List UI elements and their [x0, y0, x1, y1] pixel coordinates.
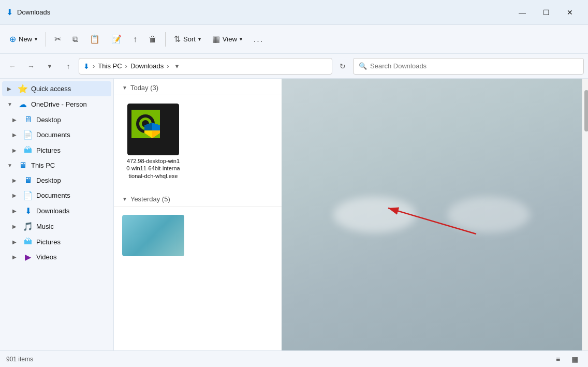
sidebar-item-onedrive[interactable]: ▼ ☁ OneDrive - Person [2, 97, 111, 112]
rename-button[interactable]: 📝 [106, 31, 127, 47]
paste-button[interactable]: 📋 [84, 31, 105, 47]
view-button[interactable]: ▦ View ▾ [207, 31, 247, 47]
paste-icon: 📋 [90, 34, 100, 44]
list-item[interactable]: 472.98-desktop-win10-win11-64bit-interna… [122, 99, 184, 184]
sidebar-item-videos-pc[interactable]: ▶ ▶ Videos [2, 249, 111, 265]
documents-pc-icon: 📄 [23, 190, 33, 200]
yesterday-collapse-icon[interactable]: ▼ [122, 196, 127, 202]
new-chevron: ▾ [35, 36, 37, 42]
sidebar: ▶ ⭐ Quick access ▼ ☁ OneDrive - Person ▶… [0, 79, 114, 350]
documents-pc-label: Documents [36, 192, 70, 199]
nvidia-icon [127, 104, 179, 155]
videos-pc-icon: ▶ [23, 252, 33, 262]
downloads-pc-expand: ▶ [12, 208, 20, 214]
sidebar-item-this-pc[interactable]: ▼ 🖥 This PC [2, 158, 111, 172]
downloads-title-icon: ⬇ [6, 7, 13, 17]
music-pc-label: Music [36, 223, 54, 230]
yesterday-thumb-1 [122, 215, 184, 256]
sidebar-item-desktop-pc[interactable]: ▶ 🖥 Desktop [2, 173, 111, 187]
list-item[interactable] [122, 211, 184, 260]
sort-icon: ⇅ [174, 34, 181, 44]
sep2: › [125, 62, 127, 70]
toolbar: ⊕ New ▾ ✂ ⧉ 📋 📝 ↑ 🗑 ⇅ Sort ▾ ▦ View ▾ ..… [0, 25, 588, 54]
sidebar-item-downloads-pc[interactable]: ▶ ⬇ Downloads [2, 203, 111, 218]
address-icon: ⬇ [83, 62, 90, 70]
toolbar-sep-2 [165, 32, 166, 47]
list-view-button[interactable]: ≡ [551, 353, 565, 365]
onedrive-expand: ▼ [7, 101, 14, 107]
view-controls: ≡ ▦ [551, 353, 582, 365]
maximize-button[interactable]: ☐ [534, 4, 558, 21]
desktop-pc-expand: ▶ [12, 178, 20, 183]
sort-button[interactable]: ⇅ Sort ▾ [169, 31, 206, 47]
window-controls: — ☐ ✕ [510, 4, 582, 21]
search-bar[interactable]: 🔍 [353, 58, 584, 75]
rename-icon: 📝 [111, 34, 122, 44]
sidebar-item-pictures-pc[interactable]: ▶ 🏔 Pictures [2, 234, 111, 249]
search-input[interactable] [370, 62, 578, 70]
sidebar-item-quick-access[interactable]: ▶ ⭐ Quick access [2, 81, 111, 96]
music-pc-expand: ▶ [12, 224, 20, 229]
main-container: ▶ ⭐ Quick access ▼ ☁ OneDrive - Person ▶… [0, 79, 588, 350]
pictures-od-label: Pictures [36, 146, 61, 154]
more-icon: ... [254, 35, 263, 44]
new-button[interactable]: ⊕ New ▾ [4, 31, 42, 47]
documents-pc-expand: ▶ [12, 193, 20, 198]
refresh-button[interactable]: ↻ [334, 58, 351, 75]
address-bar[interactable]: ⬇ › This PC › Downloads › ▼ [79, 58, 332, 75]
sep3: › [167, 62, 169, 70]
scrollbar-track[interactable] [582, 79, 588, 350]
yesterday-group-label: Yesterday (5) [130, 195, 170, 203]
documents-od-expand: ▶ [12, 132, 20, 138]
nvidia-file-name: 472.98-desktop-win10-win11-64bit-interna… [126, 157, 180, 180]
more-button[interactable]: ... [248, 32, 269, 47]
forward-button[interactable]: → [23, 58, 39, 75]
files-grid-yesterday [114, 207, 588, 265]
minimize-button[interactable]: — [510, 4, 534, 21]
sidebar-item-music-pc[interactable]: ▶ 🎵 Music [2, 219, 111, 234]
sidebar-item-pictures-od[interactable]: ▶ 🏔 Pictures [2, 143, 111, 157]
desktop-pc-icon: 🖥 [23, 175, 33, 185]
sidebar-item-documents-od[interactable]: ▶ 📄 Documents [2, 127, 111, 142]
downloads-pc-icon: ⬇ [23, 206, 33, 216]
copy-button[interactable]: ⧉ [67, 32, 83, 47]
toolbar-sep-1 [46, 32, 46, 47]
content-area: ▼ Today (3) [114, 79, 588, 350]
this-pc-label: This PC [31, 162, 55, 169]
videos-pc-label: Videos [36, 253, 57, 261]
documents-od-label: Documents [36, 131, 70, 139]
sort-chevron: ▾ [198, 36, 201, 42]
delete-button[interactable]: 🗑 [143, 32, 162, 47]
up-button[interactable]: ↑ [60, 58, 77, 75]
close-button[interactable]: ✕ [558, 4, 582, 21]
sidebar-item-desktop-od[interactable]: ▶ 🖥 Desktop [2, 112, 111, 127]
breadcrumb-this-pc[interactable]: This PC [98, 62, 122, 70]
item-count: 901 items [6, 356, 33, 363]
this-pc-icon: 🖥 [18, 160, 28, 170]
quick-access-label: Quick access [31, 85, 71, 93]
this-pc-expand: ▼ [7, 163, 14, 168]
grid-view-button[interactable]: ▦ [567, 353, 582, 365]
pictures-pc-expand: ▶ [12, 239, 20, 245]
view-icon: ▦ [212, 34, 220, 44]
scrollbar-thumb[interactable] [584, 90, 589, 131]
recent-locations-button[interactable]: ▼ [41, 58, 58, 75]
today-collapse-icon[interactable]: ▼ [122, 85, 127, 91]
share-button[interactable]: ↑ [128, 32, 142, 47]
pictures-pc-label: Pictures [36, 238, 61, 246]
desktop-od-icon: 🖥 [23, 115, 33, 124]
quick-access-expand: ▶ [7, 86, 14, 92]
address-dropdown[interactable]: ▼ [174, 63, 180, 69]
window-title: Downloads [17, 8, 50, 16]
desktop-od-expand: ▶ [12, 117, 20, 123]
search-icon: 🔍 [359, 62, 367, 70]
back-button[interactable]: ← [4, 58, 21, 75]
breadcrumb-downloads[interactable]: Downloads [130, 62, 164, 70]
sidebar-item-documents-pc[interactable]: ▶ 📄 Documents [2, 188, 111, 203]
desktop-pc-label: Desktop [36, 177, 61, 184]
cut-icon: ✂ [54, 34, 61, 44]
title-bar: ⬇ Downloads — ☐ ✕ [0, 0, 588, 25]
new-icon: ⊕ [9, 34, 16, 44]
cut-button[interactable]: ✂ [49, 31, 66, 47]
share-icon: ↑ [133, 35, 137, 44]
